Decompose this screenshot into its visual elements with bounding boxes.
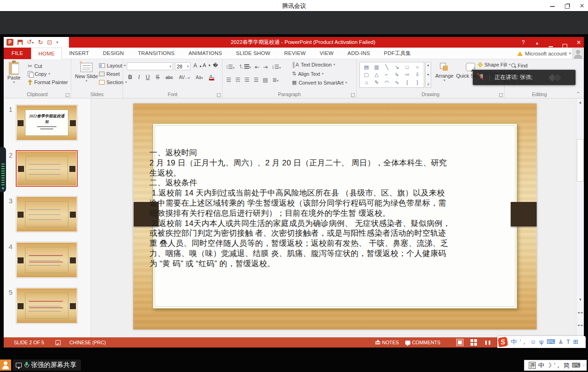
slide-thumbnail-5[interactable] [16, 287, 78, 324]
normal-view-icon[interactable] [456, 339, 464, 346]
tab-design[interactable]: DESIGN [96, 48, 131, 59]
halfwidth-icon[interactable]: ☽ [546, 360, 552, 370]
sharer-avatar-icon[interactable] [0, 360, 11, 371]
shape-2-icon[interactable]: ╲ [385, 65, 389, 70]
scrollbar-thumb[interactable] [577, 139, 584, 182]
shape-16-icon[interactable]: { [406, 80, 408, 85]
tab-transitions[interactable]: TRANSITIONS [131, 48, 182, 59]
shape-10-icon[interactable]: ⇨ [405, 72, 409, 77]
tab-file[interactable]: FILE [4, 48, 31, 59]
punctuation-icon[interactable]: ’， [554, 360, 561, 370]
redo-icon[interactable]: ↻ [38, 39, 43, 46]
strikethrough-button[interactable]: abc [164, 75, 174, 80]
tab-review[interactable]: REVIEW [277, 48, 313, 59]
distributed-button[interactable]: ▤ [263, 77, 268, 83]
bullets-button[interactable]: ⁝☰▾ [226, 64, 235, 70]
tab-insert[interactable]: INSERT [62, 48, 96, 59]
save-icon[interactable] [18, 40, 23, 45]
toolbox-icon[interactable]: ⊞ [573, 336, 578, 348]
vertical-scrollbar[interactable]: ▲ ▼ ⏶⏶ ⏷⏷ [576, 98, 584, 337]
columns-button[interactable]: ≣▾ [272, 77, 279, 83]
language-status[interactable]: CHINESE (PRC) [69, 337, 106, 348]
shape-0-icon[interactable]: ▤ [364, 65, 369, 70]
shape-11-icon[interactable]: ⇩ [415, 72, 419, 77]
pinyin-mode-icon[interactable]: 拼 [529, 362, 536, 369]
slide-counter[interactable]: SLIDE 2 OF 5 [14, 337, 44, 348]
shape-5-icon[interactable]: ○ [416, 65, 419, 70]
chinese-mode-icon[interactable]: 中 [511, 336, 517, 348]
shadow-button[interactable]: S [155, 74, 161, 80]
skin-icon[interactable]: T [566, 336, 570, 348]
microsoft-account[interactable]: Microsoft account ▾ [517, 48, 571, 59]
more-dots-icon[interactable]: ∷ [582, 360, 585, 370]
tab-pdf工具集[interactable]: PDF工具集 [377, 48, 418, 59]
punctuation-icon[interactable]: ’， [520, 336, 527, 348]
font-color-button[interactable]: A▾ [208, 74, 216, 80]
character-spacing-button[interactable]: AV↔▾ [178, 75, 191, 80]
copy-button[interactable]: Copy▾ [28, 71, 50, 77]
slide-thumbnail-4[interactable] [16, 242, 78, 278]
shape-8-icon[interactable]: ⌐ [385, 72, 388, 77]
shape-7-icon[interactable]: △ [375, 72, 378, 77]
slide-2-canvas[interactable]: 一、返校时间2 月 19 日（正月十九、周六）、2 月 20 日（正月二十、 周… [133, 104, 537, 329]
increase-indent-button[interactable]: ⇥ [263, 64, 268, 70]
change-case-button[interactable]: Aa▾ [194, 75, 204, 80]
powerpoint-logo-icon[interactable]: P [6, 39, 13, 46]
italic-button[interactable]: I [137, 74, 141, 80]
account-avatar[interactable] [572, 48, 583, 59]
line-spacing-button[interactable]: ↕☰▾ [272, 64, 281, 70]
format-painter-button[interactable]: Format Painter [28, 79, 68, 85]
underline-button[interactable]: U [144, 74, 151, 80]
arrange-button[interactable]: Arrange▾ [435, 63, 453, 82]
shapes-gallery-scroll[interactable]: ▲▼⊽ [425, 62, 431, 88]
shape-15-icon[interactable]: ∿ [395, 80, 399, 85]
bold-button[interactable]: B [127, 74, 134, 80]
simplified-chinese-icon[interactable]: 简 [563, 360, 569, 370]
find-button[interactable]: Find [511, 63, 527, 68]
help-icon[interactable]: ? [520, 39, 526, 46]
meeting-restore-icon[interactable] [564, 3, 570, 9]
previous-slide-icon[interactable]: ⏶⏶ [577, 309, 584, 316]
new-slide-button[interactable]: New Slide▾ [75, 63, 98, 83]
shape-1-icon[interactable]: ▥ [374, 65, 379, 70]
shape-12-icon[interactable]: ⌂ [365, 80, 368, 85]
scroll-down-icon[interactable]: ▼ [577, 296, 584, 303]
shape-6-icon[interactable]: ▢ [364, 72, 369, 77]
convert-smartart-button[interactable]: ▦ Convert to SmartArt▾ [292, 79, 347, 85]
align-center-button[interactable]: ☴ [235, 77, 241, 83]
slide-thumbnail-3[interactable] [16, 196, 78, 232]
shape-3-icon[interactable]: ↘ [395, 65, 399, 70]
reset-button[interactable]: Reset [99, 71, 120, 77]
justify-button[interactable]: ☰ [254, 77, 259, 83]
text-direction-button[interactable]: ║A Text Direction▾ [292, 62, 335, 67]
paragraph-dialog-launcher-icon[interactable] [351, 93, 355, 97]
tab-view[interactable]: VIEW [313, 48, 340, 59]
tab-add-ins[interactable]: ADD-INS [340, 48, 377, 59]
align-text-button[interactable]: ⇅ Align Text▾ [292, 71, 323, 77]
next-slide-icon[interactable]: ⏷⏷ [577, 322, 584, 329]
sogou-logo-icon[interactable]: S [498, 337, 508, 348]
ppt-close-icon[interactable]: ✕ [576, 39, 582, 46]
drawing-dialog-launcher-icon[interactable] [499, 93, 503, 97]
keyboard-icon[interactable]: ⌨ [546, 336, 555, 348]
font-dialog-launcher-icon[interactable] [217, 93, 221, 97]
shape-14-icon[interactable]: ◠ [384, 80, 389, 85]
clear-formatting-button[interactable]: � [213, 62, 218, 68]
numbering-button[interactable]: ⒈☰▾ [238, 63, 251, 71]
slide-thumbnail-2[interactable] [16, 150, 78, 187]
undo-icon[interactable]: ↺▾ [27, 38, 34, 46]
slide-sorter-view-icon[interactable] [470, 339, 477, 346]
decrease-indent-button[interactable]: ⇤ [255, 64, 260, 70]
shrink-font-button[interactable]: A▼ [203, 62, 211, 68]
reading-view-icon[interactable] [484, 339, 491, 346]
paste-button[interactable]: Paste▾ [7, 62, 20, 84]
collapse-ribbon-icon[interactable]: ⌃ [576, 91, 580, 96]
align-right-button[interactable]: ☰ [245, 77, 250, 83]
font-size-combobox[interactable]: 28 ▾ [175, 62, 191, 70]
font-name-combobox[interactable]: ▾ [127, 62, 173, 70]
slide-thumbnail-1[interactable]: 2022春季学期返校通知 [16, 104, 78, 141]
tab-home[interactable]: HOME [31, 48, 62, 59]
meeting-sidebar-handle[interactable] [0, 147, 6, 192]
grow-font-button[interactable]: A▲ [193, 62, 202, 69]
slide-body-text[interactable]: 一、返校时间2 月 19 日（正月十九、周六）、2 月 20 日（正月二十、 周… [149, 148, 479, 269]
